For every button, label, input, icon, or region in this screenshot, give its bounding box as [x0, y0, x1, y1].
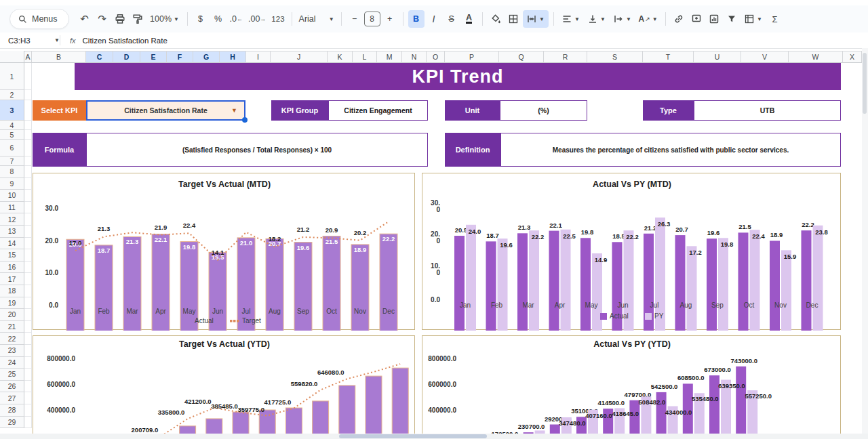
- text-rotation-button[interactable]: A↗▼: [636, 10, 660, 28]
- kpi-dropdown[interactable]: Citizen Satisfaction Rate ▼: [86, 100, 245, 121]
- format-currency-button[interactable]: $: [193, 10, 209, 28]
- chart-target-vs-actual-ytd[interactable]: Target Vs Actual (YTD)800000.0600000.040…: [33, 335, 415, 439]
- pivot-table-button[interactable]: ▼: [741, 10, 766, 28]
- row-header-13[interactable]: 13: [0, 226, 24, 238]
- zoom-select[interactable]: 100%▼: [147, 10, 182, 28]
- fill-color-button[interactable]: [488, 10, 504, 28]
- column-header-W[interactable]: W: [789, 51, 843, 63]
- chart-actual-vs-py-mtd[interactable]: Actual Vs PY (MTD)30.020.010.00.020.518.…: [422, 173, 841, 330]
- column-header-E[interactable]: E: [140, 51, 167, 63]
- column-header-A[interactable]: A: [24, 51, 32, 63]
- cell-A9[interactable]: [24, 178, 32, 190]
- cell-A6[interactable]: [24, 140, 32, 156]
- cell-A17[interactable]: [24, 273, 32, 285]
- cell-A18[interactable]: [24, 285, 32, 297]
- column-header-V[interactable]: V: [741, 51, 789, 63]
- cell-A16[interactable]: [24, 262, 32, 274]
- font-size-increase-button[interactable]: +: [382, 10, 398, 28]
- column-header-F[interactable]: F: [167, 51, 193, 63]
- row-header-12[interactable]: 12: [0, 213, 24, 226]
- cell-A10[interactable]: [24, 190, 32, 202]
- menus-search[interactable]: Menus: [9, 9, 69, 29]
- cell-A7[interactable]: [24, 156, 32, 166]
- row-header-8[interactable]: 8: [0, 166, 24, 178]
- cell-A19[interactable]: [24, 297, 32, 310]
- cell-A26[interactable]: [24, 381, 32, 393]
- insert-link-button[interactable]: [671, 10, 687, 28]
- print-button[interactable]: [112, 10, 128, 28]
- column-header-I[interactable]: I: [246, 51, 271, 63]
- column-header-U[interactable]: U: [694, 51, 741, 63]
- chart-target-vs-actual-mtd[interactable]: Target Vs Actual (MTD)30.020.010.00.020.…: [33, 173, 415, 330]
- column-header-C[interactable]: C: [86, 51, 113, 63]
- row-header-23[interactable]: 23: [0, 345, 24, 357]
- horizontal-scrollbar-thumb[interactable]: [339, 434, 487, 438]
- format-percent-button[interactable]: %: [210, 10, 226, 28]
- selection-handle[interactable]: [242, 117, 248, 123]
- row-header-7[interactable]: 7: [0, 156, 24, 166]
- row-header-15[interactable]: 15: [0, 249, 24, 262]
- row-header-21[interactable]: 21: [0, 321, 24, 333]
- column-header-T[interactable]: T: [643, 51, 694, 63]
- more-formats-button[interactable]: 123: [269, 10, 286, 28]
- row-header-16[interactable]: 16: [0, 262, 24, 274]
- column-header-O[interactable]: O: [427, 51, 445, 63]
- increase-decimal-button[interactable]: .00→: [246, 10, 268, 28]
- cell-A29[interactable]: [24, 417, 32, 429]
- cell-A5[interactable]: [24, 130, 32, 140]
- vertical-align-button[interactable]: ▼: [585, 10, 609, 28]
- italic-button[interactable]: I: [426, 10, 442, 28]
- paint-format-button[interactable]: [130, 10, 146, 28]
- text-wrap-button[interactable]: ▼: [610, 10, 635, 28]
- row-header-25[interactable]: 25: [0, 369, 24, 381]
- column-header-K[interactable]: K: [328, 51, 353, 63]
- cell-A15[interactable]: [24, 249, 32, 262]
- cell-A11[interactable]: [24, 202, 32, 214]
- vertical-scrollbar-thumb[interactable]: [863, 53, 867, 114]
- cell-A14[interactable]: [24, 238, 32, 250]
- row-header-29[interactable]: 29: [0, 417, 24, 429]
- cell-A22[interactable]: [24, 333, 32, 345]
- column-header-B[interactable]: B: [32, 51, 86, 63]
- row-header-11[interactable]: 11: [0, 202, 24, 214]
- create-filter-button[interactable]: [724, 10, 740, 28]
- column-header-S[interactable]: S: [587, 51, 643, 63]
- row-header-28[interactable]: 28: [0, 404, 24, 417]
- column-header-M[interactable]: M: [377, 51, 402, 63]
- cell-A2[interactable]: [24, 90, 32, 100]
- row-header-17[interactable]: 17: [0, 273, 24, 285]
- row-header-3[interactable]: 3: [0, 100, 24, 121]
- row-header-27[interactable]: 27: [0, 392, 24, 404]
- row-header-26[interactable]: 26: [0, 381, 24, 393]
- font-size-input[interactable]: 8: [364, 12, 380, 26]
- font-select[interactable]: Arial▼: [297, 10, 336, 28]
- formula-input[interactable]: Citizen Satisfaction Rate: [83, 37, 167, 45]
- column-header-D[interactable]: D: [113, 51, 140, 63]
- insert-comment-button[interactable]: [688, 10, 705, 28]
- column-header-N[interactable]: N: [402, 51, 427, 63]
- row-header-1[interactable]: 1: [0, 63, 24, 90]
- row-header-20[interactable]: 20: [0, 309, 24, 321]
- text-color-button[interactable]: A: [461, 10, 477, 28]
- row-header-19[interactable]: 19: [0, 297, 24, 310]
- column-header-H[interactable]: H: [220, 51, 246, 63]
- font-size-decrease-button[interactable]: −: [347, 10, 363, 28]
- cell-A20[interactable]: [24, 309, 32, 321]
- column-header-P[interactable]: P: [445, 51, 499, 63]
- row-header-9[interactable]: 9: [0, 178, 24, 190]
- column-header-J[interactable]: J: [271, 51, 328, 63]
- cell-A24[interactable]: [24, 357, 32, 369]
- cell-A23[interactable]: [24, 345, 32, 357]
- bold-button[interactable]: B: [408, 10, 425, 28]
- cell-A13[interactable]: [24, 226, 32, 238]
- cell-A1[interactable]: [24, 63, 32, 90]
- column-header-R[interactable]: R: [544, 51, 587, 63]
- borders-button[interactable]: [505, 10, 521, 28]
- row-header-10[interactable]: 10: [0, 190, 24, 202]
- redo-button[interactable]: ↷: [94, 10, 111, 28]
- horizontal-align-button[interactable]: ▼: [559, 10, 583, 28]
- row-header-18[interactable]: 18: [0, 285, 24, 297]
- functions-button[interactable]: Σ: [767, 10, 783, 28]
- merge-cells-button[interactable]: ▼: [523, 10, 549, 28]
- column-header-X[interactable]: X: [843, 51, 862, 63]
